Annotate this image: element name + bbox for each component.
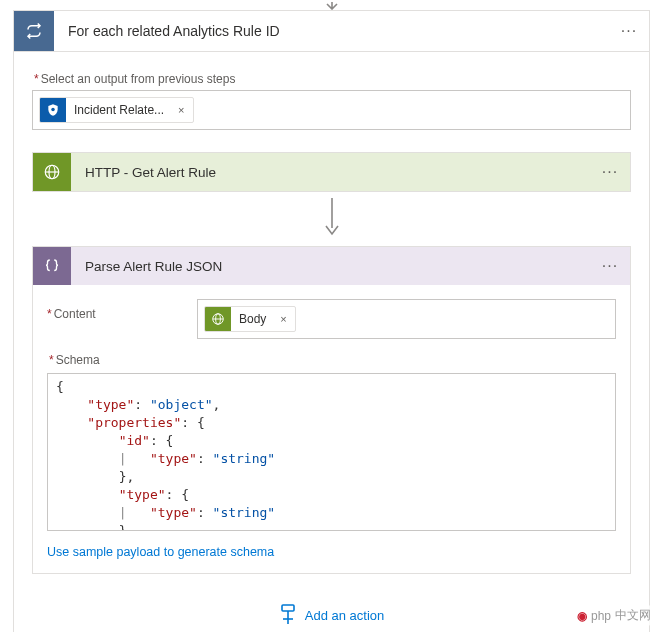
foreach-loop-icon: [14, 11, 54, 51]
http-card-header[interactable]: HTTP - Get Alert Rule ···: [33, 153, 630, 191]
watermark-brand: php: [591, 609, 611, 623]
svg-point-0: [51, 108, 55, 112]
parse-json-title: Parse Alert Rule JSON: [71, 259, 590, 274]
token-remove-button[interactable]: ×: [170, 104, 192, 116]
token-label: Body: [231, 312, 272, 326]
globe-icon: [33, 153, 71, 191]
generate-schema-link[interactable]: Use sample payload to generate schema: [47, 545, 274, 559]
required-indicator: *: [49, 353, 54, 367]
incoming-connector-arrow: [0, 0, 663, 10]
foreach-output-input[interactable]: Incident Relate... ×: [32, 90, 631, 130]
foreach-card: For each related Analytics Rule ID ··· *…: [13, 10, 650, 632]
foreach-more-button[interactable]: ···: [609, 22, 649, 40]
schema-textarea[interactable]: { "type": "object", "properties": { "id"…: [47, 373, 616, 531]
parse-json-body: *Content Body ×: [33, 285, 630, 573]
foreach-header[interactable]: For each related Analytics Rule ID ···: [14, 11, 649, 51]
token-remove-button[interactable]: ×: [272, 313, 294, 325]
content-input[interactable]: Body ×: [197, 299, 616, 339]
watermark-text: 中文网: [615, 607, 651, 624]
foreach-title: For each related Analytics Rule ID: [54, 23, 609, 39]
foreach-output-label: *Select an output from previous steps: [34, 72, 631, 86]
watermark: ◉ php 中文网: [571, 605, 657, 626]
add-action-label: Add an action: [305, 608, 385, 623]
required-indicator: *: [34, 72, 39, 86]
braces-icon: [33, 247, 71, 285]
foreach-body: *Select an output from previous steps In…: [14, 51, 649, 632]
add-action-button[interactable]: Add an action: [279, 604, 385, 626]
parse-json-header[interactable]: Parse Alert Rule JSON ···: [33, 247, 630, 285]
watermark-logo: ◉: [577, 609, 587, 623]
token-incident-related[interactable]: Incident Relate... ×: [39, 97, 194, 123]
http-card-title: HTTP - Get Alert Rule: [71, 165, 590, 180]
http-action-card: HTTP - Get Alert Rule ···: [32, 152, 631, 192]
add-action-icon: [279, 604, 297, 626]
globe-icon: [205, 306, 231, 332]
shield-icon: [40, 97, 66, 123]
required-indicator: *: [47, 307, 52, 321]
content-label: *Content: [47, 307, 187, 321]
token-label: Incident Relate...: [66, 103, 170, 117]
token-body[interactable]: Body ×: [204, 306, 296, 332]
svg-rect-6: [282, 605, 294, 611]
http-card-more-button[interactable]: ···: [590, 163, 630, 181]
add-action-row: Add an action: [32, 574, 631, 632]
schema-label: *Schema: [49, 353, 616, 367]
parse-json-card: Parse Alert Rule JSON ··· *Content: [32, 246, 631, 574]
parse-json-more-button[interactable]: ···: [590, 257, 630, 275]
connector-arrow: [32, 192, 631, 238]
